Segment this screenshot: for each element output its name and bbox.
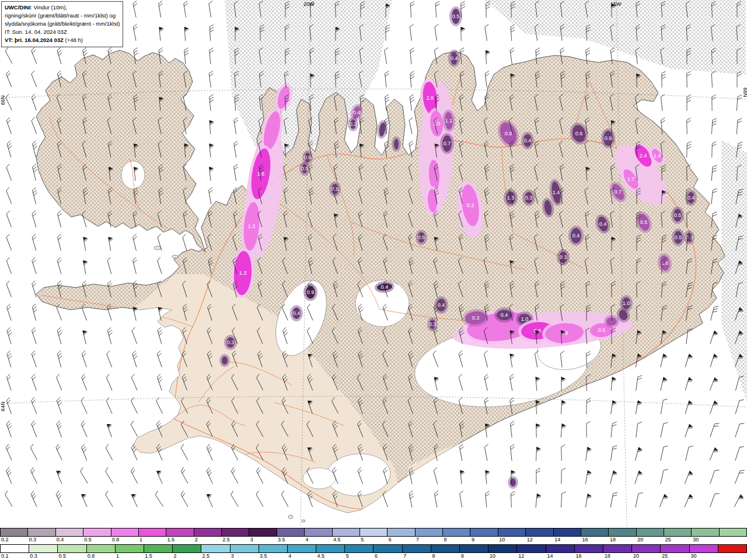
wind-barb (710, 447, 719, 462)
colorbar-cell (231, 545, 259, 552)
wind-barb (459, 491, 466, 508)
wind-barb (661, 398, 667, 415)
wind-barb (685, 377, 693, 392)
wind-barb (561, 424, 566, 438)
weather-map-screen: 1.61.31.32.81.01.10.70.30.50.50.40.40.20… (0, 0, 747, 560)
wind-barb (6, 164, 16, 180)
colorbar-cell (166, 528, 194, 536)
colorbar-tick-label: 4 (287, 553, 291, 559)
precip-value-label: 1.3 (248, 223, 256, 229)
precip-value-label: 0.4 (524, 138, 532, 144)
colorbar-tick-label: 0.3 (29, 553, 37, 559)
wind-barb (81, 351, 90, 367)
precip-value-label: 0.5 (675, 235, 682, 240)
wind-barb (585, 470, 592, 485)
wind-barb (611, 445, 617, 461)
wind-barb (180, 491, 191, 506)
colorbar-tick-label: 0.8 (86, 553, 95, 559)
precip-value-label: 0.3 (560, 254, 567, 260)
wind-barb (511, 491, 515, 508)
colorbar-tick-label: 16 (575, 553, 582, 559)
colorbar-tick-label: 12 (526, 537, 533, 542)
wind-barb (57, 327, 65, 344)
wind-barb (710, 401, 719, 415)
wind-barb (410, 48, 416, 64)
wind-barb (659, 494, 668, 509)
wind-barb (4, 491, 16, 506)
wind-barb (6, 187, 16, 204)
colorbar-tick-label: 0.4 (55, 537, 64, 542)
colorbar-cell (1, 545, 29, 552)
title-box: UWC/DINI: Vindur (10m), rigning/skúrir (… (1, 1, 123, 47)
colorbar-tick-label: 18 (609, 537, 616, 542)
wind-barb (511, 24, 516, 41)
colorbar-tick-label: 16 (581, 537, 588, 542)
wind-barb (210, 166, 215, 181)
wind-barb (710, 354, 718, 369)
wind-barb (180, 467, 191, 483)
precip-value-label: 0.4 (573, 233, 580, 239)
wind-barb (57, 351, 65, 367)
wind-barb (31, 351, 40, 367)
wind-barb (685, 471, 693, 485)
colorbar-cell (554, 528, 581, 536)
colorbar-cell (443, 528, 470, 536)
colorbar-cell (87, 545, 116, 552)
title-line-3: slydda/snjókoma (grátt/bleikt/grænt - mm… (5, 20, 120, 28)
wind-barb (661, 354, 668, 368)
wind-barb (735, 422, 745, 438)
wind-barb (610, 492, 617, 508)
wind-barb (686, 445, 693, 461)
colorbar-cell (144, 545, 173, 552)
model-name: UWC/DINI (5, 4, 30, 10)
colorbar-sleet-snow-labels: 0.20.30.40.50.811.522.533.544.5567891012… (0, 537, 747, 543)
colorbar-cell (460, 545, 488, 552)
wind-barb (6, 117, 15, 134)
wind-barb (384, 48, 390, 64)
wind-barb (536, 494, 541, 508)
wind-barb (104, 491, 116, 506)
wind-barb (57, 211, 65, 227)
precip-blob (392, 136, 401, 152)
wind-barb (586, 447, 592, 461)
wind-barb (55, 374, 65, 390)
wind-barb (207, 492, 217, 507)
precip-value-label: 0.8 (505, 131, 512, 136)
wind-barb (256, 467, 267, 484)
wind-barb (158, 1, 165, 18)
wind-barb (485, 491, 491, 508)
colorbar-cell (56, 528, 83, 536)
colorbar-cell (139, 528, 166, 536)
colorbar-cell (333, 528, 360, 536)
colorbar-cell (222, 528, 249, 536)
wind-barb (561, 492, 566, 508)
precip-value-label: 1.4 (654, 153, 661, 159)
colorbar-cell (1, 528, 28, 536)
colorbar-tick-label: 1.5 (166, 537, 174, 542)
colorbar-cell (664, 528, 692, 536)
wind-barb (459, 444, 466, 460)
wind-barb (56, 397, 65, 414)
wind-barb (210, 143, 215, 158)
wind-barb (83, 260, 89, 274)
wind-barb (611, 422, 617, 438)
wind-barb (30, 421, 40, 437)
precip-value-label: 0.4 (501, 312, 508, 318)
wind-barb (434, 491, 441, 508)
latitude-label: 64N (0, 401, 6, 411)
precip-value-label: 0.5 (598, 327, 606, 333)
wind-barb (230, 491, 242, 506)
wind-barb (6, 234, 15, 250)
colorbar-cell (58, 545, 86, 552)
wind-barb (106, 397, 116, 414)
wind-barb (32, 211, 40, 227)
wind-barb (710, 305, 718, 321)
colorbar-tick-label: 3 (230, 553, 234, 559)
colorbar-tick-label: 1 (138, 537, 142, 542)
title-line-1: UWC/DINI: Vindur (10m), (5, 4, 120, 12)
wind-barb (433, 467, 441, 484)
wind-barb (536, 468, 540, 484)
wind-barb (209, 71, 215, 88)
wind-barb (435, 1, 440, 18)
precip-value-label: 0.4 (293, 310, 301, 316)
